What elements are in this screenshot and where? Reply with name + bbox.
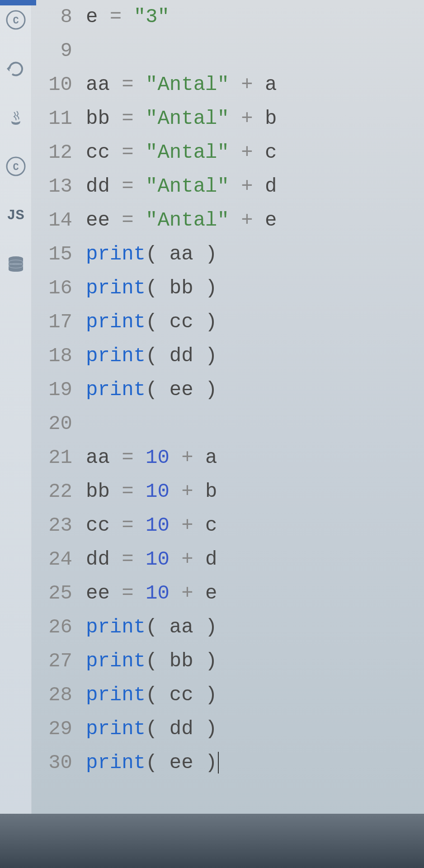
token-paren: ): [205, 717, 217, 740]
token-str: "Antal": [146, 73, 229, 96]
token-paren: ): [205, 616, 217, 638]
code-line[interactable]: print( ee ): [86, 746, 424, 780]
token-var: ee: [170, 378, 193, 401]
token-sp: [193, 548, 205, 571]
line-number: 12: [32, 136, 72, 170]
code-line[interactable]: print( cc ): [86, 678, 424, 712]
token-sp: [157, 616, 169, 638]
token-sp: [193, 616, 205, 638]
line-number: 8: [32, 0, 72, 34]
token-var: c: [265, 141, 277, 164]
token-sp: [253, 141, 265, 164]
token-var: aa: [86, 446, 110, 469]
line-number: 23: [32, 509, 72, 542]
token-var: bb: [86, 480, 110, 503]
token-sp: [157, 717, 169, 740]
token-num: 10: [146, 582, 170, 604]
token-op: +: [241, 141, 253, 164]
code-line[interactable]: print( dd ): [86, 339, 424, 373]
token-sp: [229, 209, 241, 231]
token-op: +: [241, 107, 253, 130]
top-accent-strip: [0, 0, 36, 5]
token-sp: [193, 717, 205, 740]
token-op: =: [122, 107, 133, 130]
line-number: 24: [32, 542, 72, 576]
token-paren: ): [205, 344, 217, 367]
token-op: +: [241, 209, 253, 231]
token-func: print: [86, 344, 146, 367]
code-line[interactable]: bb = "Antal" + b: [86, 102, 424, 136]
code-line[interactable]: ee = 10 + e: [86, 576, 424, 610]
token-paren: ): [205, 378, 217, 401]
token-sp: [170, 446, 181, 469]
js-language-icon[interactable]: JS: [5, 204, 27, 226]
token-sp: [229, 107, 241, 130]
code-editor[interactable]: 8910111213141516171819202122232425262728…: [32, 0, 424, 868]
code-line[interactable]: print( aa ): [86, 610, 424, 644]
token-sp: [134, 446, 146, 469]
text-cursor: [218, 752, 219, 774]
token-var: ee: [170, 751, 193, 774]
token-sp: [253, 73, 265, 96]
token-sp: [134, 514, 146, 537]
code-line[interactable]: dd = 10 + d: [86, 542, 424, 576]
code-line[interactable]: aa = 10 + a: [86, 441, 424, 475]
token-sp: [229, 141, 241, 164]
code-line[interactable]: print( dd ): [86, 712, 424, 746]
c-refresh-icon[interactable]: [5, 58, 27, 80]
code-text-area[interactable]: e = "3"aa = "Antal" + abb = "Antal" + bc…: [86, 0, 424, 868]
token-num: 10: [146, 480, 170, 503]
c-alt-icon[interactable]: C: [5, 156, 27, 177]
token-func: print: [86, 277, 146, 299]
code-line[interactable]: dd = "Antal" + d: [86, 170, 424, 203]
token-sp: [110, 514, 122, 537]
token-op: +: [181, 446, 193, 469]
line-number: 30: [32, 746, 72, 780]
token-sp: [229, 73, 241, 96]
code-line[interactable]: aa = "Antal" + a: [86, 68, 424, 102]
token-var: d: [265, 175, 277, 198]
token-op: +: [181, 548, 193, 571]
token-var: aa: [170, 616, 193, 638]
line-number: 26: [32, 610, 72, 644]
token-num: 10: [146, 514, 170, 537]
token-sp: [253, 175, 265, 198]
token-op: +: [181, 514, 193, 537]
database-icon[interactable]: [5, 253, 27, 275]
token-var: b: [205, 480, 217, 503]
c-language-icon[interactable]: C: [5, 9, 27, 31]
code-line[interactable]: ee = "Antal" + e: [86, 203, 424, 237]
token-paren: ): [205, 277, 217, 299]
token-sp: [193, 514, 205, 537]
svg-text:C: C: [13, 15, 19, 27]
line-number: 11: [32, 102, 72, 136]
token-num: 10: [146, 446, 170, 469]
code-line[interactable]: cc = "Antal" + c: [86, 136, 424, 170]
code-line[interactable]: print( bb ): [86, 644, 424, 678]
token-paren: (: [146, 277, 157, 299]
token-func: print: [86, 751, 146, 774]
java-icon[interactable]: [5, 107, 27, 128]
code-line[interactable]: cc = 10 + c: [86, 509, 424, 542]
token-paren: (: [146, 378, 157, 401]
code-line[interactable]: bb = 10 + b: [86, 475, 424, 509]
token-sp: [253, 209, 265, 231]
token-paren: (: [146, 751, 157, 774]
code-line[interactable]: print( cc ): [86, 305, 424, 339]
line-number: 29: [32, 712, 72, 746]
token-sp: [110, 480, 122, 503]
code-line[interactable]: print( ee ): [86, 373, 424, 407]
token-sp: [193, 344, 205, 367]
code-line[interactable]: e = "3": [86, 0, 424, 34]
token-sp: [98, 5, 109, 28]
code-line[interactable]: [86, 407, 424, 441]
token-sp: [134, 141, 146, 164]
code-line[interactable]: print( bb ): [86, 271, 424, 305]
token-sp: [170, 582, 181, 604]
token-sp: [170, 480, 181, 503]
code-line[interactable]: print( aa ): [86, 237, 424, 271]
line-number: 13: [32, 170, 72, 203]
code-line[interactable]: [86, 34, 424, 68]
token-op: +: [241, 175, 253, 198]
token-sp: [193, 650, 205, 672]
